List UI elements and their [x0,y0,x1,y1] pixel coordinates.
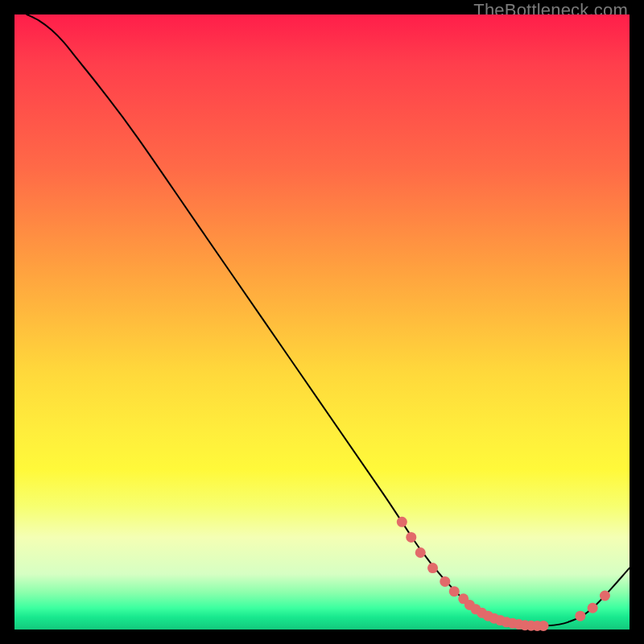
marker-dot [539,621,549,631]
chart-svg [14,14,630,630]
marker-dot [600,590,610,601]
marker-dot [406,532,416,543]
marker-dot [397,517,407,527]
marker-dot [415,547,426,558]
marker-dot [588,603,598,613]
marker-dot [575,611,585,621]
marker-dot [427,563,438,573]
marker-dot [449,586,460,597]
curve-line [27,14,630,626]
plot-area [14,14,630,630]
marker-dot [440,576,450,587]
chart-stage: TheBottleneck.com [0,0,644,644]
curve-markers [397,517,610,631]
